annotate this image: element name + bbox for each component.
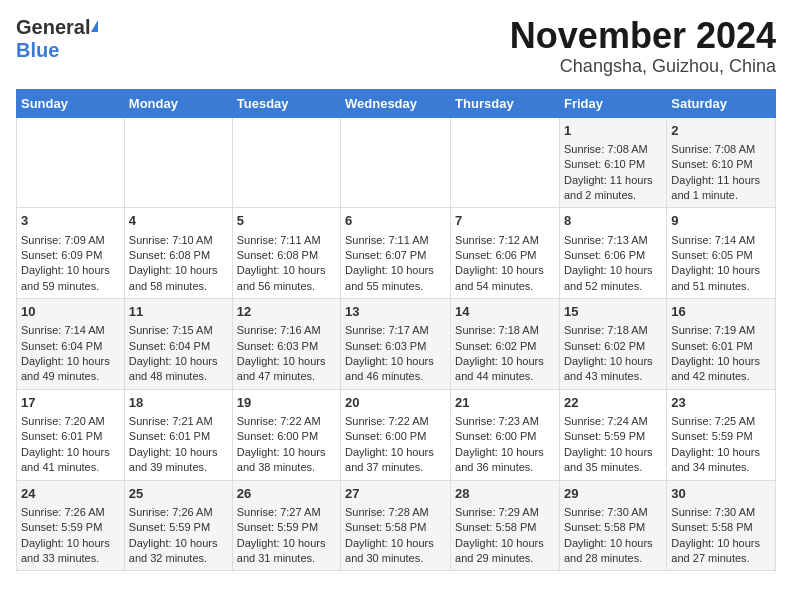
calendar-title: November 2024	[510, 16, 776, 56]
daylight-text: Daylight: 10 hours and 33 minutes.	[21, 537, 110, 564]
sunset-text: Sunset: 5:59 PM	[564, 430, 645, 442]
daylight-text: Daylight: 10 hours and 35 minutes.	[564, 446, 653, 473]
sunrise-text: Sunrise: 7:16 AM	[237, 324, 321, 336]
daylight-text: Daylight: 10 hours and 41 minutes.	[21, 446, 110, 473]
daylight-text: Daylight: 10 hours and 34 minutes.	[671, 446, 760, 473]
day-number: 14	[455, 303, 555, 321]
daylight-text: Daylight: 10 hours and 36 minutes.	[455, 446, 544, 473]
calendar-cell: 18Sunrise: 7:21 AMSunset: 6:01 PMDayligh…	[124, 389, 232, 480]
sunrise-text: Sunrise: 7:14 AM	[21, 324, 105, 336]
header-day-monday: Monday	[124, 89, 232, 117]
calendar-cell: 11Sunrise: 7:15 AMSunset: 6:04 PMDayligh…	[124, 299, 232, 390]
calendar-cell	[124, 117, 232, 208]
sunrise-text: Sunrise: 7:24 AM	[564, 415, 648, 427]
sunrise-text: Sunrise: 7:20 AM	[21, 415, 105, 427]
calendar-cell: 28Sunrise: 7:29 AMSunset: 5:58 PMDayligh…	[451, 480, 560, 571]
calendar-cell	[341, 117, 451, 208]
day-number: 23	[671, 394, 771, 412]
daylight-text: Daylight: 10 hours and 39 minutes.	[129, 446, 218, 473]
sunset-text: Sunset: 5:58 PM	[345, 521, 426, 533]
day-number: 15	[564, 303, 662, 321]
calendar-cell	[451, 117, 560, 208]
day-number: 7	[455, 212, 555, 230]
sunset-text: Sunset: 6:05 PM	[671, 249, 752, 261]
sunset-text: Sunset: 6:02 PM	[564, 340, 645, 352]
calendar-cell: 6Sunrise: 7:11 AMSunset: 6:07 PMDaylight…	[341, 208, 451, 299]
calendar-cell: 2Sunrise: 7:08 AMSunset: 6:10 PMDaylight…	[667, 117, 776, 208]
sunset-text: Sunset: 6:06 PM	[455, 249, 536, 261]
week-row-4: 17Sunrise: 7:20 AMSunset: 6:01 PMDayligh…	[17, 389, 776, 480]
day-number: 28	[455, 485, 555, 503]
logo-triangle-icon	[91, 20, 98, 32]
sunset-text: Sunset: 6:02 PM	[455, 340, 536, 352]
sunrise-text: Sunrise: 7:17 AM	[345, 324, 429, 336]
sunrise-text: Sunrise: 7:30 AM	[671, 506, 755, 518]
day-number: 3	[21, 212, 120, 230]
sunrise-text: Sunrise: 7:18 AM	[564, 324, 648, 336]
sunrise-text: Sunrise: 7:26 AM	[21, 506, 105, 518]
page-header: General Blue November 2024 Changsha, Gui…	[16, 16, 776, 77]
calendar-cell: 29Sunrise: 7:30 AMSunset: 5:58 PMDayligh…	[559, 480, 666, 571]
logo: General Blue	[16, 16, 98, 62]
sunset-text: Sunset: 6:00 PM	[345, 430, 426, 442]
header-day-wednesday: Wednesday	[341, 89, 451, 117]
day-number: 2	[671, 122, 771, 140]
sunrise-text: Sunrise: 7:11 AM	[237, 234, 321, 246]
daylight-text: Daylight: 10 hours and 30 minutes.	[345, 537, 434, 564]
calendar-cell: 9Sunrise: 7:14 AMSunset: 6:05 PMDaylight…	[667, 208, 776, 299]
calendar-cell: 12Sunrise: 7:16 AMSunset: 6:03 PMDayligh…	[232, 299, 340, 390]
daylight-text: Daylight: 10 hours and 28 minutes.	[564, 537, 653, 564]
week-row-1: 1Sunrise: 7:08 AMSunset: 6:10 PMDaylight…	[17, 117, 776, 208]
sunrise-text: Sunrise: 7:25 AM	[671, 415, 755, 427]
day-number: 6	[345, 212, 446, 230]
sunrise-text: Sunrise: 7:08 AM	[671, 143, 755, 155]
daylight-text: Daylight: 10 hours and 38 minutes.	[237, 446, 326, 473]
sunrise-text: Sunrise: 7:27 AM	[237, 506, 321, 518]
title-area: November 2024 Changsha, Guizhou, China	[510, 16, 776, 77]
calendar-cell	[232, 117, 340, 208]
sunrise-text: Sunrise: 7:21 AM	[129, 415, 213, 427]
daylight-text: Daylight: 10 hours and 31 minutes.	[237, 537, 326, 564]
sunrise-text: Sunrise: 7:19 AM	[671, 324, 755, 336]
header-day-thursday: Thursday	[451, 89, 560, 117]
daylight-text: Daylight: 10 hours and 43 minutes.	[564, 355, 653, 382]
day-number: 20	[345, 394, 446, 412]
calendar-cell: 25Sunrise: 7:26 AMSunset: 5:59 PMDayligh…	[124, 480, 232, 571]
sunset-text: Sunset: 6:04 PM	[129, 340, 210, 352]
sunset-text: Sunset: 6:07 PM	[345, 249, 426, 261]
sunset-text: Sunset: 6:00 PM	[237, 430, 318, 442]
sunset-text: Sunset: 5:59 PM	[129, 521, 210, 533]
calendar-cell: 26Sunrise: 7:27 AMSunset: 5:59 PMDayligh…	[232, 480, 340, 571]
sunset-text: Sunset: 6:09 PM	[21, 249, 102, 261]
sunset-text: Sunset: 5:58 PM	[564, 521, 645, 533]
sunrise-text: Sunrise: 7:28 AM	[345, 506, 429, 518]
day-number: 19	[237, 394, 336, 412]
header-day-sunday: Sunday	[17, 89, 125, 117]
daylight-text: Daylight: 10 hours and 47 minutes.	[237, 355, 326, 382]
day-number: 11	[129, 303, 228, 321]
daylight-text: Daylight: 10 hours and 49 minutes.	[21, 355, 110, 382]
day-number: 22	[564, 394, 662, 412]
daylight-text: Daylight: 10 hours and 55 minutes.	[345, 264, 434, 291]
sunset-text: Sunset: 6:04 PM	[21, 340, 102, 352]
day-number: 25	[129, 485, 228, 503]
sunset-text: Sunset: 6:01 PM	[671, 340, 752, 352]
calendar-table: SundayMondayTuesdayWednesdayThursdayFrid…	[16, 89, 776, 572]
sunrise-text: Sunrise: 7:13 AM	[564, 234, 648, 246]
header-row: SundayMondayTuesdayWednesdayThursdayFrid…	[17, 89, 776, 117]
calendar-cell: 23Sunrise: 7:25 AMSunset: 5:59 PMDayligh…	[667, 389, 776, 480]
sunrise-text: Sunrise: 7:29 AM	[455, 506, 539, 518]
daylight-text: Daylight: 10 hours and 54 minutes.	[455, 264, 544, 291]
daylight-text: Daylight: 10 hours and 27 minutes.	[671, 537, 760, 564]
sunrise-text: Sunrise: 7:22 AM	[237, 415, 321, 427]
calendar-cell: 27Sunrise: 7:28 AMSunset: 5:58 PMDayligh…	[341, 480, 451, 571]
calendar-cell: 17Sunrise: 7:20 AMSunset: 6:01 PMDayligh…	[17, 389, 125, 480]
sunrise-text: Sunrise: 7:30 AM	[564, 506, 648, 518]
day-number: 8	[564, 212, 662, 230]
calendar-cell: 14Sunrise: 7:18 AMSunset: 6:02 PMDayligh…	[451, 299, 560, 390]
daylight-text: Daylight: 10 hours and 32 minutes.	[129, 537, 218, 564]
day-number: 27	[345, 485, 446, 503]
calendar-cell: 24Sunrise: 7:26 AMSunset: 5:59 PMDayligh…	[17, 480, 125, 571]
calendar-cell: 10Sunrise: 7:14 AMSunset: 6:04 PMDayligh…	[17, 299, 125, 390]
sunset-text: Sunset: 5:58 PM	[455, 521, 536, 533]
